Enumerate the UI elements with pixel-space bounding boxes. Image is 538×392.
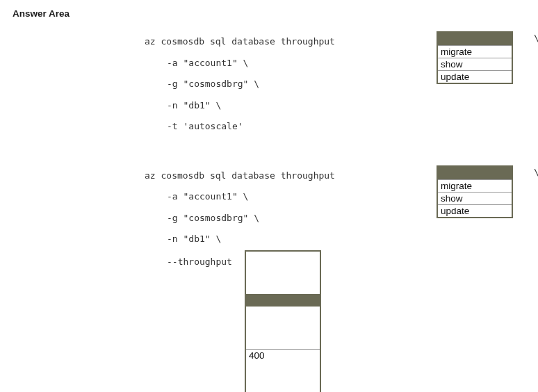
dropdown-option-show[interactable]: show — [438, 192, 512, 204]
dropdown-option-400[interactable]: 400 — [246, 349, 320, 361]
dropdown-command-1[interactable]: migrate show update — [437, 31, 513, 84]
code-line: -n "db1" \ — [145, 229, 525, 250]
throughput-flag: --throughput — [167, 250, 232, 273]
code-block-1: migrate show update \ az cosmosdb sql da… — [145, 31, 525, 138]
dropdown-option-show[interactable]: show — [438, 58, 512, 70]
line-continuation: \ — [534, 33, 538, 43]
line-continuation: \ — [534, 167, 538, 177]
dropdown-command-2[interactable]: migrate show update — [437, 165, 513, 218]
dropdown-option-update[interactable]: update — [438, 70, 512, 83]
code-line-throughput: --throughput 400 4000 40000 — [145, 250, 525, 392]
dropdown-option-migrate[interactable]: migrate — [438, 45, 512, 58]
dropdown-option-update[interactable]: update — [438, 204, 512, 217]
dropdown-header — [246, 294, 320, 307]
code-block-2: migrate show update \ az cosmosdb sql da… — [145, 165, 525, 392]
code-line: -n "db1" \ — [145, 95, 525, 117]
dropdown-throughput[interactable]: 400 4000 40000 — [245, 250, 321, 392]
code-line: -t 'autoscale' — [145, 116, 525, 138]
dropdown-option-migrate[interactable]: migrate — [438, 179, 512, 192]
dropdown-header — [438, 167, 512, 179]
dropdown-header — [438, 33, 512, 45]
answer-area-title: Answer Area — [13, 8, 525, 19]
answer-area: migrate show update \ az cosmosdb sql da… — [13, 31, 525, 392]
